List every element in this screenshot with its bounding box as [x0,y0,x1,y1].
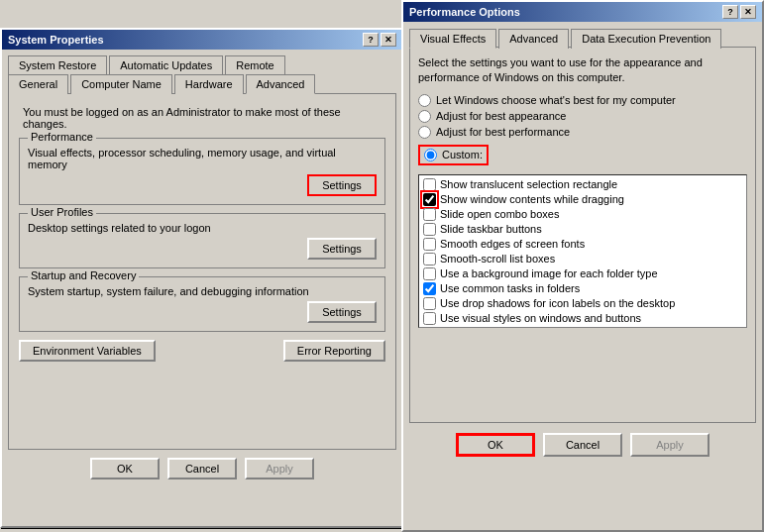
startup-recovery-group: Startup and Recovery System startup, sys… [19,276,385,332]
system-properties-title: System Properties [8,34,104,46]
tab-automatic-updates[interactable]: Automatic Updates [109,55,223,74]
startup-recovery-settings-row: Settings [28,301,377,323]
radio-let-windows-label: Let Windows choose what's best for my co… [436,94,676,106]
startup-recovery-settings-button[interactable]: Settings [307,301,377,323]
checkbox-window-contents-label: Show window contents while dragging [440,193,624,205]
checkbox-smooth-edges-input[interactable] [423,238,436,251]
checkbox-slide-combo-input[interactable] [423,208,436,221]
perf-title-bar-buttons: ? ✕ [722,5,756,19]
performance-settings-row: Settings [28,174,377,196]
checkbox-slide-taskbar-label: Slide taskbar buttons [440,223,542,235]
perf-ok-button[interactable]: OK [456,433,535,457]
user-profiles-settings-row: Settings [28,238,377,260]
visual-effects-tab-content: Select the settings you want to use for … [409,47,756,423]
tab-advanced-perf[interactable]: Advanced [498,29,569,49]
tab-remote[interactable]: Remote [225,55,285,74]
close-button[interactable]: ✕ [381,33,396,47]
checkbox-common-tasks: Use common tasks in folders [421,281,744,296]
user-profiles-group-title: User Profiles [28,206,96,218]
checkbox-window-contents-input[interactable] [423,193,436,206]
tab-visual-effects[interactable]: Visual Effects [409,29,496,49]
tab-computer-name[interactable]: Computer Name [70,74,172,94]
checkbox-smooth-scroll-label: Smooth-scroll list boxes [440,253,555,265]
perf-cancel-button[interactable]: Cancel [543,433,622,457]
tab-row-2: General Computer Name Hardware Advanced [8,74,396,94]
tab-general[interactable]: General [8,74,68,94]
radio-best-performance: Adjust for best performance [418,126,747,139]
system-props-apply-button[interactable]: Apply [245,458,314,479]
radio-custom-input[interactable] [424,149,437,161]
radio-custom: Custom: [418,145,489,165]
user-profiles-group: User Profiles Desktop settings related t… [19,213,385,268]
tab-hardware[interactable]: Hardware [174,74,244,94]
performance-options-title: Performance Options [409,6,520,18]
performance-options-content: Visual Effects Advanced Data Execution P… [403,22,762,467]
system-properties-window: System Properties ? ✕ System Restore Aut… [0,28,404,528]
environment-variables-button[interactable]: Environment Variables [19,340,156,362]
perf-description: Select the settings you want to use for … [418,55,747,86]
tab-dep[interactable]: Data Execution Prevention [571,29,721,49]
checkbox-bg-image-input[interactable] [423,267,436,280]
advanced-tab-content: You must be logged on as an Administrato… [8,93,396,450]
performance-group: Performance Visual effects, processor sc… [19,138,385,205]
system-props-bottom-buttons: OK Cancel Apply [8,450,396,483]
radio-let-windows-input[interactable] [418,94,431,107]
effects-scroll-list[interactable]: Show translucent selection rectangle Sho… [418,174,747,328]
checkbox-visual-styles: Use visual styles on windows and buttons [421,311,744,326]
performance-options-window: Performance Options ? ✕ Visual Effects A… [401,0,764,532]
perf-help-button[interactable]: ? [722,5,738,19]
system-properties-title-bar: System Properties ? ✕ [2,30,402,50]
startup-recovery-group-title: Startup and Recovery [28,269,139,281]
perf-bottom-buttons: OK Cancel Apply [409,423,756,461]
help-button[interactable]: ? [363,33,379,47]
checkbox-slide-taskbar: Slide taskbar buttons [421,222,744,237]
checkbox-slide-combo-label: Slide open combo boxes [440,208,559,220]
env-error-row: Environment Variables Error Reporting [19,340,385,362]
checkbox-window-contents: Show window contents while dragging [421,192,744,207]
checkbox-drop-shadows-input[interactable] [423,297,436,310]
checkbox-translucent-label: Show translucent selection rectangle [440,178,617,190]
checkbox-slide-combo: Slide open combo boxes [421,207,744,222]
radio-best-appearance: Adjust for best appearance [418,110,747,123]
perf-apply-button[interactable]: Apply [630,433,709,457]
checkbox-drop-shadows-label: Use drop shadows for icon labels on the … [440,297,675,309]
checkbox-translucent: Show translucent selection rectangle [421,177,744,192]
radio-best-performance-input[interactable] [418,126,431,139]
error-reporting-button[interactable]: Error Reporting [283,340,385,362]
checkbox-bg-image-label: Use a background image for each folder t… [440,267,658,279]
radio-best-appearance-label: Adjust for best appearance [436,110,566,122]
system-props-cancel-button[interactable]: Cancel [167,458,237,479]
system-props-ok-button[interactable]: OK [90,458,160,479]
tab-advanced[interactable]: Advanced [246,74,316,94]
checkbox-visual-styles-input[interactable] [423,312,436,325]
startup-recovery-description: System startup, system failure, and debu… [28,285,377,297]
performance-description: Visual effects, processor scheduling, me… [28,147,377,170]
title-bar-buttons: ? ✕ [363,33,396,47]
checkbox-drop-shadows: Use drop shadows for icon labels on the … [421,296,744,311]
admin-notice: You must be logged on as an Administrato… [23,106,382,130]
radio-custom-label: Custom: [442,149,483,160]
perf-close-button[interactable]: ✕ [740,5,756,19]
user-profiles-description: Desktop settings related to your logon [28,222,377,234]
system-properties-content: System Restore Automatic Updates Remote … [2,50,402,489]
checkbox-common-tasks-label: Use common tasks in folders [440,282,580,294]
checkbox-translucent-input[interactable] [423,178,436,191]
radio-best-appearance-input[interactable] [418,110,431,123]
checkbox-visual-styles-label: Use visual styles on windows and buttons [440,312,641,324]
performance-options-title-bar: Performance Options ? ✕ [403,2,762,22]
tab-system-restore[interactable]: System Restore [8,55,107,74]
checkbox-slide-taskbar-input[interactable] [423,223,436,236]
checkbox-smooth-edges-label: Smooth edges of screen fonts [440,238,585,250]
tab-row-1: System Restore Automatic Updates Remote [8,55,396,74]
checkbox-smooth-scroll-input[interactable] [423,253,436,266]
checkbox-bg-image: Use a background image for each folder t… [421,266,744,281]
performance-group-title: Performance [28,131,96,143]
user-profiles-settings-button[interactable]: Settings [307,238,377,260]
perf-tabs: Visual Effects Advanced Data Execution P… [409,28,756,48]
checkbox-smooth-edges: Smooth edges of screen fonts [421,237,744,252]
radio-let-windows: Let Windows choose what's best for my co… [418,94,747,107]
checkbox-common-tasks-input[interactable] [423,282,436,295]
performance-settings-button[interactable]: Settings [307,174,377,196]
checkbox-smooth-scroll: Smooth-scroll list boxes [421,252,744,266]
radio-best-performance-label: Adjust for best performance [436,126,570,138]
